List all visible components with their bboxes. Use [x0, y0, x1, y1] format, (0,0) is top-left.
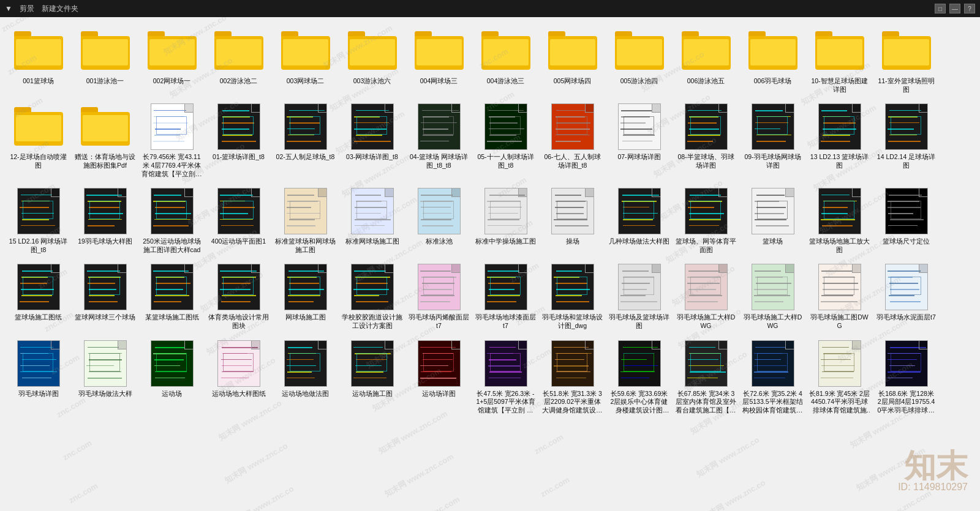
minimize-btn[interactable]: — [949, 4, 960, 13]
file-label: 标准网球场施工图 [345, 237, 399, 246]
list-item[interactable]: 10-智慧足球场图建详图 [807, 23, 872, 97]
list-item[interactable]: 长81.9米 宽45米 2层4450.74平米羽毛球排球体育馆建筑施工… [807, 336, 872, 418]
view-btn[interactable]: □ [935, 4, 946, 13]
list-item[interactable]: 羽毛球场和篮球场设计图_dwg [540, 259, 605, 333]
list-item[interactable]: 006游泳池五 [674, 23, 738, 97]
list-item[interactable]: 羽毛球场施工大样DWG [741, 259, 805, 333]
list-item[interactable]: 运动场地做法图 [273, 336, 337, 418]
main-content: 001篮球场001游泳池一002网球场一002游泳池二003网球场二003游泳池… [0, 17, 980, 511]
list-item[interactable]: 篮球场场地施工放大图 [807, 184, 872, 257]
list-item[interactable]: 羽毛球场详图 [6, 336, 70, 418]
list-item[interactable]: 网球场施工图 [273, 259, 337, 333]
list-item[interactable]: 羽毛球场施工图DWG [807, 259, 872, 333]
list-item[interactable]: 003游泳池六 [340, 23, 404, 97]
list-item[interactable]: 长168.6米 宽128米 2层局部4层19755.40平米羽毛球排球篮球大学体… [874, 336, 938, 418]
list-item[interactable]: 操场 [540, 184, 605, 257]
list-item[interactable]: 01-篮球场详图_t8 [206, 99, 271, 181]
list-item[interactable]: 长67.85米 宽34米 3层室内体育馆及室外看台建筑施工图【平立… [674, 336, 738, 418]
list-item[interactable]: 15 LD2.16 网球场详图_t8 [6, 184, 70, 257]
list-item[interactable]: 001篮球场 [6, 23, 70, 97]
list-item[interactable]: 运动场地大样图纸 [206, 336, 271, 418]
list-item[interactable]: 006羽毛球场 [741, 23, 805, 97]
list-item[interactable]: 09-羽毛球场网球场详图 [741, 99, 805, 181]
list-item[interactable]: 003网球场二 [273, 23, 337, 97]
list-item[interactable]: 羽毛球场水泥面层t7 [874, 259, 938, 333]
list-item[interactable]: 07-网球场详图 [607, 99, 671, 181]
list-item[interactable]: 标准网球场施工图 [340, 184, 404, 257]
list-item[interactable]: 标准泳池 [407, 184, 471, 257]
list-item[interactable]: 赠送：体育场地与设施图标图集Pdf [73, 99, 137, 181]
list-item[interactable]: 篮球场、网等体育平面图 [674, 184, 738, 257]
file-label: 04-篮球场 网球场详图_t8_t8 [409, 153, 469, 170]
file-label: 运动场详图 [422, 390, 456, 398]
list-item[interactable]: 14 LD2.14 足球场详图 [874, 99, 938, 181]
list-item[interactable]: 体育类场地设计常用图块 [206, 259, 271, 333]
file-thumbnail [211, 339, 266, 388]
file-thumbnail [745, 339, 801, 388]
list-item[interactable]: 19羽毛球场大样图 [73, 184, 137, 257]
list-item[interactable]: 篮球场施工图纸 [6, 259, 70, 333]
file-thumbnail [545, 263, 600, 311]
file-thumbnail [211, 26, 266, 75]
file-label: 08-半篮球场、羽球场详图 [676, 153, 736, 170]
file-thumbnail [78, 339, 133, 388]
list-item[interactable]: 运动场详图 [407, 336, 471, 418]
list-item[interactable]: 篮球场 [741, 184, 805, 257]
list-item[interactable]: 03-网球场详图_t8 [340, 99, 404, 181]
list-item[interactable]: 05-十一人制球场详图_t8 [473, 99, 538, 181]
list-item[interactable]: 标准中学操场施工图 [473, 184, 538, 257]
file-label: 运动场地做法图 [282, 390, 329, 398]
list-item[interactable]: 长51.8米 宽31.3米 3层2209.02平米重体大调健身馆建筑设计图【平… [540, 336, 605, 418]
list-item[interactable]: 005游泳池四 [607, 23, 671, 97]
file-label: 羽毛球场丙烯酸面层t7 [409, 313, 469, 330]
list-item[interactable]: 250米运动场地球场施工图详图大样cad [140, 184, 204, 257]
list-item[interactable]: 长47.5米 宽26.3米 -1+5层5097平米体育馆建筑【平立剖 楼梯… [473, 336, 538, 418]
list-item[interactable]: 400运动场平面图1 [206, 184, 271, 257]
list-item[interactable]: 几种球场做法大样图 [607, 184, 671, 257]
list-item[interactable]: 002游泳池二 [206, 23, 271, 97]
list-item[interactable]: 羽毛球场做法大样 [73, 336, 137, 418]
file-label: 几种球场做法大样图 [609, 237, 669, 246]
file-label: 标准篮球场和网球场施工图 [275, 237, 336, 254]
list-item[interactable]: 运动场 [140, 336, 204, 418]
list-item[interactable]: 06-七人、五人制球场详图_t8 [540, 99, 605, 181]
list-item[interactable]: 005网球场四 [540, 23, 605, 97]
list-item[interactable]: 004网球场三 [407, 23, 471, 97]
list-item[interactable]: 04-篮球场 网球场详图_t8_t8 [407, 99, 471, 181]
file-label: 19羽毛球场大样图 [78, 237, 132, 246]
file-label: 14 LD2.14 足球场详图 [876, 153, 937, 170]
list-item[interactable]: 长79.456米 宽43.11米 4层7769.4平米体育馆建筑【平立剖… [140, 99, 204, 181]
list-item[interactable]: 羽毛球场及篮球场详图 [607, 259, 671, 333]
file-thumbnail [145, 263, 200, 311]
list-item[interactable]: 长72.6米 宽35.2米 4层5133.5平米框架结构校园体育馆建筑施工… [741, 336, 805, 418]
file-thumbnail [745, 263, 801, 311]
new-folder-btn[interactable]: 新建文件夹 [42, 4, 78, 14]
list-item[interactable]: 11-室外篮球场照明图 [874, 23, 938, 97]
list-item[interactable]: 运动场施工图 [340, 336, 404, 418]
file-label: 羽毛球场做法大样 [78, 390, 132, 398]
file-thumbnail [78, 187, 133, 236]
list-item[interactable]: 篮球场尺寸定位 [874, 184, 938, 257]
file-label: 长59.6米 宽33.69米 2层娱乐中心体育健身楼建筑设计图【平… [609, 390, 669, 415]
nav-back-icon[interactable]: ▼ [5, 4, 12, 13]
file-thumbnail [211, 263, 266, 311]
list-item[interactable]: 001游泳池一 [73, 23, 137, 97]
list-item[interactable]: 羽毛球场丙烯酸面层t7 [407, 259, 471, 333]
list-item[interactable]: 学校胶胶跑道设计施工设计方案图 [340, 259, 404, 333]
list-item[interactable]: 13 LD2.13 篮球场详图 [807, 99, 872, 181]
file-label: 篮球网球球三个球场 [75, 313, 135, 322]
list-item[interactable]: 002网球场一 [140, 23, 204, 97]
list-item[interactable]: 羽毛球场施工大样DWG [674, 259, 738, 333]
list-item[interactable]: 某篮球场施工图纸 [140, 259, 204, 333]
help-btn[interactable]: ? [964, 4, 975, 13]
list-item[interactable]: 长59.6米 宽33.69米 2层娱乐中心体育健身楼建筑设计图【平… [607, 336, 671, 418]
list-item[interactable]: 羽毛球场地球漆面层t7 [473, 259, 538, 333]
file-thumbnail [145, 339, 200, 388]
list-item[interactable]: 08-半篮球场、羽球场详图 [674, 99, 738, 181]
list-item[interactable]: 12-足球场自动喷灌图 [6, 99, 70, 181]
list-item[interactable]: 004游泳池三 [473, 23, 538, 97]
list-item[interactable]: 篮球网球球三个球场 [73, 259, 137, 333]
list-item[interactable]: 02-五人制足球场_t8 [273, 99, 337, 181]
file-label: 某篮球场施工图纸 [145, 313, 199, 322]
list-item[interactable]: 标准篮球场和网球场施工图 [273, 184, 337, 257]
